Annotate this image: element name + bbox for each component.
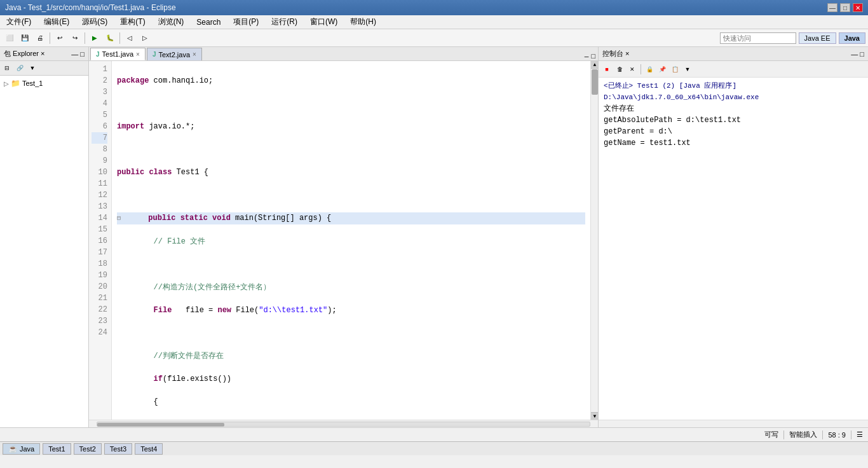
pkg-maximize[interactable]: □ [80, 50, 85, 58]
run-button[interactable]: ▶ [88, 31, 102, 45]
line-num-13: 13 [92, 201, 107, 212]
menu-help[interactable]: 帮助(H) [346, 15, 380, 29]
console-title: 控制台 × [602, 49, 629, 59]
menu-run[interactable]: 运行(R) [268, 15, 301, 29]
line-num-2: 2 [92, 75, 107, 86]
editor-scrollbar[interactable]: ▲ ▼ [590, 61, 598, 420]
pkg-minimize[interactable]: — [71, 50, 78, 58]
menu-window[interactable]: 窗口(W) [306, 15, 341, 29]
java-ee-perspective[interactable]: Java EE [799, 32, 836, 44]
line-num-18: 18 [92, 258, 107, 270]
debug-button[interactable]: 🐛 [103, 31, 117, 45]
new-button[interactable]: ⬜ [3, 31, 17, 45]
menu-file[interactable]: 文件(F) [3, 15, 35, 29]
line-num-24: 24 [92, 327, 107, 338]
title-bar-controls[interactable]: — □ ✕ [827, 3, 863, 12]
code-line-14: if(file.exists()) [117, 373, 585, 385]
package-explorer-controls[interactable]: — □ [71, 50, 85, 58]
editor-hscroll[interactable] [89, 420, 598, 427]
menu-edit[interactable]: 编辑(E) [40, 15, 73, 29]
line-num-10: 10 [92, 167, 107, 178]
console-copy[interactable]: 📋 [669, 64, 681, 75]
tab-test1-label: Test1.java [102, 50, 134, 58]
taskbar-btn-4[interactable]: Test3 [104, 443, 132, 455]
scroll-down-arrow[interactable]: ▼ [591, 412, 598, 420]
pkg-link[interactable]: 🔗 [14, 62, 25, 74]
minimize-button[interactable]: — [827, 3, 837, 12]
pkg-collapse-all[interactable]: ⊟ [1, 62, 13, 74]
menu-refactor[interactable]: 重构(T) [116, 15, 149, 29]
console-line-1: <已终止> Test1 (2) [Java 应用程序] D:\Java\jdk1… [604, 80, 863, 103]
code-line-16: System.out.println("文件存在"); [117, 419, 585, 420]
console-maximize[interactable]: □ [860, 50, 864, 58]
pkg-menu[interactable]: ▼ [27, 62, 38, 74]
menu-search[interactable]: Search [193, 17, 224, 28]
code-content[interactable]: package com.hanqi.io; import java.io.*; … [112, 61, 590, 420]
status-insert-mode: 智能插入 [789, 430, 817, 439]
package-explorer-title: 包 Explorer × [4, 49, 45, 59]
code-line-1: package com.hanqi.io; [117, 75, 585, 86]
forward-button[interactable]: ▷ [138, 31, 152, 45]
line-num-22: 22 [92, 304, 107, 315]
menu-navigate[interactable]: 浏览(N) [154, 15, 188, 29]
taskbar-btn-3[interactable]: Test2 [74, 443, 102, 455]
print-button[interactable]: 🖨 [33, 31, 47, 45]
console-minimize[interactable]: — [851, 50, 858, 58]
back-button[interactable]: ◁ [123, 31, 137, 45]
scroll-thumb-vertical[interactable] [592, 69, 598, 95]
status-sep-2 [822, 430, 823, 439]
line-num-8: 8 [92, 144, 107, 155]
code-line-10: //构造方法(文件全路径+文件名） [117, 282, 585, 293]
hscroll-thumb[interactable] [97, 423, 224, 427]
tree-item-test1[interactable]: ▷ 📁 Test_1 [3, 78, 86, 88]
maximize-button[interactable]: □ [840, 3, 850, 12]
taskbar-btn-1[interactable]: ☕ Java [3, 443, 40, 455]
console-terminate[interactable]: ■ [601, 64, 613, 75]
taskbar-btn-2[interactable]: Test1 [43, 443, 71, 455]
editor-minimize[interactable]: — [585, 53, 589, 60]
console-line-4: getParent = d:\ [604, 126, 863, 137]
console-close[interactable]: ✕ [627, 64, 638, 75]
java-perspective[interactable]: Java [839, 32, 865, 44]
console-output[interactable]: <已终止> Test1 (2) [Java 应用程序] D:\Java\jdk1… [599, 78, 868, 420]
console-pin[interactable]: 📌 [656, 64, 668, 75]
tab-text2-icon: J [153, 51, 156, 58]
console-scroll-lock[interactable]: 🔒 [644, 64, 655, 75]
project-label[interactable]: Test_1 [22, 79, 43, 87]
line-num-21: 21 [92, 292, 107, 304]
console-controls[interactable]: — □ [851, 50, 864, 58]
code-line-13: //判断文件是否存在 [117, 350, 585, 362]
status-menu-icon[interactable]: ☰ [857, 430, 863, 439]
tab-test1-icon: J [96, 51, 100, 58]
undo-button[interactable]: ↩ [53, 31, 67, 45]
tab-text2-label: Text2.java [159, 51, 191, 59]
pkg-mini-toolbar: ⊟ 🔗 ▼ [0, 61, 88, 76]
save-button[interactable]: 💾 [18, 31, 32, 45]
console-toolbar: ■ 🗑 ✕ 🔒 📌 📋 ▼ [599, 61, 868, 78]
tab-text2[interactable]: J Text2.java × [147, 48, 202, 60]
console-clear[interactable]: 🗑 [614, 64, 625, 75]
tab-test1[interactable]: J Test1.java × [90, 48, 146, 60]
status-writable: 可写 [764, 430, 778, 439]
tab-test1-close[interactable]: × [136, 51, 140, 58]
console-menu[interactable]: ▼ [682, 64, 693, 75]
tree-expand-icon[interactable]: ▷ [4, 80, 9, 87]
scroll-up-arrow[interactable]: ▲ [591, 61, 598, 69]
hscroll-track[interactable] [97, 422, 590, 427]
tab-text2-close[interactable]: × [193, 51, 196, 58]
editor-maximize[interactable]: □ [591, 53, 595, 60]
line-num-23: 23 [92, 315, 107, 327]
line-num-9: 9 [92, 155, 107, 167]
redo-button[interactable]: ↪ [68, 31, 82, 45]
line-num-3: 3 [92, 86, 107, 98]
status-sep-1 [783, 430, 784, 439]
menu-source[interactable]: 源码(S) [78, 15, 111, 29]
code-line-11: File file = new File("d:\\test1.txt"); [117, 305, 585, 316]
console-hscroll[interactable] [599, 420, 868, 427]
editor-tabs: J Test1.java × J Text2.java × — □ [89, 47, 598, 61]
console-header: 控制台 × — □ [599, 47, 868, 61]
menu-project[interactable]: 项目(P) [229, 15, 262, 29]
close-button[interactable]: ✕ [853, 3, 863, 12]
taskbar-btn-5[interactable]: Test4 [135, 443, 163, 455]
quick-access-input[interactable] [720, 32, 796, 44]
